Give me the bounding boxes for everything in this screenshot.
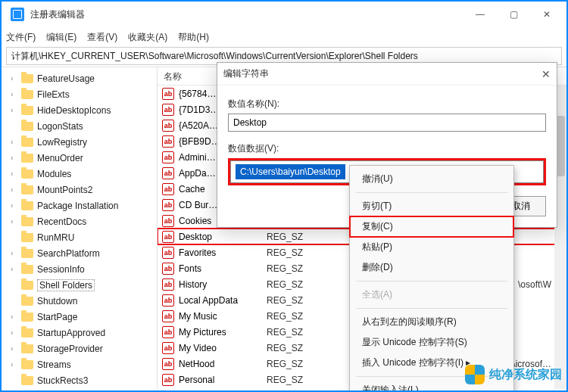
chevron-icon[interactable]: › — [11, 249, 13, 257]
chevron-icon[interactable]: › — [11, 90, 13, 98]
string-value-icon: ab — [162, 247, 174, 259]
tree-item-shutdown[interactable]: Shutdown — [2, 293, 157, 309]
tree-item-hidedesktopicons[interactable]: ›HideDesktopIcons — [2, 102, 157, 118]
tree-item-label: SessionInfo — [37, 264, 85, 275]
context-item[interactable]: 显示 Unicode 控制字符(S) — [350, 332, 513, 353]
tree-item-label: SearchPlatform — [37, 248, 100, 259]
tree-item-startupapproved[interactable]: ›StartupApproved — [2, 325, 157, 341]
folder-icon — [21, 90, 33, 99]
tree-item-lowregistry[interactable]: ›LowRegistry — [2, 134, 157, 150]
dialog-title: 编辑字符串 — [223, 67, 269, 80]
tree-item-featureusage[interactable]: ›FeatureUsage — [2, 70, 157, 86]
folder-icon — [21, 328, 33, 338]
chevron-icon[interactable]: › — [11, 344, 13, 353]
context-item[interactable]: 撤消(U) — [350, 169, 513, 189]
chevron-icon[interactable]: › — [11, 74, 13, 82]
string-value-icon: ab — [162, 215, 174, 227]
folder-icon — [21, 217, 33, 226]
tree-item-recentdocs[interactable]: ›RecentDocs — [2, 213, 157, 229]
context-separator — [356, 281, 507, 282]
tree-item-label: Streams — [37, 359, 71, 370]
context-separator — [356, 308, 507, 309]
folder-icon — [21, 360, 33, 369]
value-type: REG_SZ — [261, 295, 329, 306]
folder-icon — [21, 344, 33, 353]
value-type: REG_SZ — [261, 263, 329, 274]
value-name: Cache — [179, 184, 205, 194]
tree-item-streams[interactable]: ›Streams — [2, 356, 157, 372]
chevron-icon[interactable]: › — [11, 170, 13, 178]
string-value-icon: ab — [162, 104, 174, 116]
tree-item-label: Shell Folders — [37, 279, 95, 291]
minimize-button[interactable]: — — [463, 3, 497, 26]
tree-item-menuorder[interactable]: ›MenuOrder — [2, 150, 157, 166]
chevron-icon[interactable]: › — [11, 265, 13, 273]
tree-item-label: RunMRU — [37, 232, 74, 243]
string-value-icon: ab — [162, 358, 174, 370]
string-value-icon: ab — [162, 151, 174, 163]
string-value-icon: ab — [162, 167, 174, 179]
chevron-icon[interactable]: › — [11, 313, 13, 321]
tree-item-label: Package Installation — [37, 201, 118, 211]
context-item[interactable]: 剪切(T) — [350, 196, 513, 216]
tree-item-sessioninfo[interactable]: ›SessionInfo — [2, 261, 157, 277]
tree-item-tabletmode[interactable]: TabletMode — [2, 388, 157, 389]
address-text: 计算机\HKEY_CURRENT_USER\Software\Microsoft… — [11, 50, 418, 63]
tree-pane[interactable]: ›FeatureUsage›FileExts›HideDesktopIconsL… — [2, 67, 158, 389]
tree-item-label: MountPoints2 — [37, 185, 92, 195]
menu-help[interactable]: 帮助(H) — [178, 31, 209, 44]
tree-item-logonstats[interactable]: LogonStats — [2, 118, 157, 134]
string-value-icon: ab — [162, 120, 174, 132]
value-name-input[interactable] — [228, 114, 546, 132]
tree-item-label: LogonStats — [37, 121, 83, 132]
context-item[interactable]: 粘贴(P) — [350, 237, 513, 257]
context-item[interactable]: 从右到左的阅读顺序(R) — [350, 312, 513, 332]
value-type: REG_SZ — [261, 279, 329, 290]
chevron-icon[interactable]: › — [11, 154, 13, 162]
menu-favorites[interactable]: 收藏夹(A) — [128, 31, 167, 44]
value-type: REG_SZ — [261, 311, 329, 322]
watermark-icon — [465, 365, 485, 384]
tree-item-package-installation[interactable]: ›Package Installation — [2, 198, 157, 213]
maximize-button[interactable]: ▢ — [497, 3, 530, 26]
close-button[interactable]: ✕ — [530, 3, 563, 26]
string-value-icon: ab — [162, 199, 174, 211]
value-name: {BFB9D… — [179, 136, 220, 147]
value-type: REG_SZ — [261, 359, 329, 369]
folder-icon — [21, 106, 33, 115]
folder-icon — [21, 154, 33, 163]
value-name-label: 数值名称(N): — [228, 98, 546, 110]
window-title: 注册表编辑器 — [30, 8, 463, 21]
value-name: Favorites — [179, 247, 216, 258]
tree-item-storageprovider[interactable]: ›StorageProvider — [2, 341, 157, 356]
chevron-icon[interactable]: › — [11, 185, 13, 194]
chevron-icon[interactable]: › — [11, 360, 13, 369]
chevron-icon[interactable]: › — [11, 328, 13, 337]
value-name: {A520A… — [179, 120, 218, 131]
menu-edit[interactable]: 编辑(E) — [46, 31, 76, 44]
tree-item-fileexts[interactable]: ›FileExts — [2, 86, 157, 102]
chevron-icon[interactable]: › — [11, 138, 13, 146]
tree-item-runmru[interactable]: RunMRU — [2, 229, 157, 245]
tree-item-stuckrects3[interactable]: StuckRects3 — [2, 372, 157, 388]
string-value-icon: ab — [162, 183, 174, 195]
menu-view[interactable]: 查看(V) — [87, 31, 117, 44]
tree-item-startpage[interactable]: ›StartPage — [2, 309, 157, 325]
tree-item-modules[interactable]: ›Modules — [2, 166, 157, 182]
tree-item-mountpoints2[interactable]: ›MountPoints2 — [2, 182, 157, 198]
menu-file[interactable]: 文件(F) — [6, 31, 36, 44]
chevron-icon[interactable]: › — [11, 201, 13, 210]
tree-item-shell-folders[interactable]: Shell Folders — [2, 277, 157, 293]
value-name: My Music — [179, 311, 217, 322]
chevron-icon[interactable]: › — [11, 217, 13, 226]
tree-item-searchplatform[interactable]: ›SearchPlatform — [2, 245, 157, 261]
chevron-icon[interactable]: › — [11, 106, 13, 114]
dialog-close-icon[interactable]: ✕ — [541, 68, 551, 80]
watermark: 纯净系统家园 — [465, 363, 562, 386]
value-data-input[interactable]: C:\Users\baiyun\Desktop — [236, 164, 345, 179]
context-item[interactable]: 复制(C) — [350, 216, 513, 237]
folder-icon — [21, 265, 33, 274]
string-value-icon: ab — [162, 326, 174, 338]
folder-icon — [21, 201, 33, 210]
context-item[interactable]: 删除(D) — [350, 257, 513, 278]
